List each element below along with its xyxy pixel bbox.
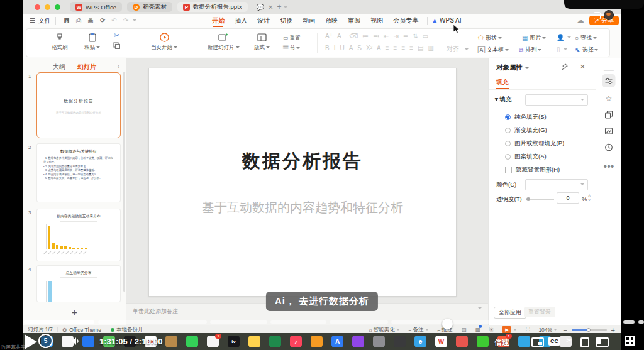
progress-segment[interactable] — [24, 320, 94, 324]
slide-panel-scrollbar[interactable] — [123, 72, 125, 292]
reset-background-button[interactable]: 重置背景 — [524, 307, 555, 317]
cloud-sync-icon[interactable]: ☁ — [577, 16, 584, 25]
dock-icon-safari[interactable] — [82, 336, 94, 347]
pip-icon[interactable] — [531, 337, 544, 347]
theater-mode-icon[interactable] — [596, 337, 609, 347]
dock-icon-notes[interactable] — [248, 336, 260, 347]
effects-star-icon[interactable]: ☆ — [606, 94, 613, 103]
menu-插入[interactable]: 插入 — [235, 16, 247, 25]
dock-icon-podcasts[interactable] — [352, 336, 364, 347]
local-backup-status[interactable]: 本地备份开 — [111, 326, 143, 334]
fullscreen-icon[interactable] — [625, 336, 635, 346]
trash-icon[interactable] — [580, 337, 589, 347]
close-traffic-light[interactable] — [35, 4, 40, 10]
progress-segment[interactable] — [623, 320, 635, 324]
tab-outline[interactable]: 大纲 — [53, 63, 65, 70]
menu-动画[interactable]: 动画 — [303, 16, 315, 25]
notes-button[interactable]: ≡备注 — [409, 326, 429, 334]
slide-title[interactable]: 数据分析报告 — [149, 149, 456, 174]
dock-icon-reminders[interactable]: 1 — [207, 336, 219, 347]
media-icon[interactable] — [605, 127, 613, 135]
transparency-value-input[interactable]: 0 — [557, 192, 579, 204]
user-avatar[interactable] — [604, 10, 614, 20]
layout-button[interactable]: 版式 — [254, 32, 270, 52]
reset-button[interactable]: ▭ 重置 — [283, 33, 300, 43]
tab-wps-office[interactable]: W WPS Office — [70, 2, 122, 12]
tab-slides[interactable]: 幻灯片 — [77, 63, 96, 70]
zoom-level[interactable]: 104% — [538, 327, 557, 333]
slide-subtitle[interactable]: 基于互动数据的内容趋势和特征分析 — [170, 198, 435, 217]
color-dropdown[interactable] — [525, 179, 588, 190]
menu-file[interactable]: 文件 — [38, 16, 51, 25]
player-play-icon[interactable] — [25, 334, 37, 349]
fill-style-dropdown[interactable] — [525, 94, 588, 106]
apply-all-button[interactable]: 全部应用 — [494, 307, 526, 319]
dock-icon-appletv[interactable]: tv — [228, 336, 240, 347]
print-icon[interactable]: 🖶 — [87, 17, 94, 24]
window-restore-icon[interactable] — [594, 12, 601, 19]
clip-scissors-icon[interactable]: ✂ — [566, 336, 573, 345]
menu-审阅[interactable]: 审阅 — [348, 16, 360, 25]
dock-icon-music[interactable]: ♪ — [290, 336, 302, 347]
fill-section-header[interactable]: ▾ 填充 — [495, 96, 511, 104]
menu-设计[interactable]: 设计 — [257, 16, 270, 25]
maximize-traffic-light[interactable] — [55, 4, 60, 10]
animation-time-icon[interactable] — [605, 143, 613, 151]
volume-icon[interactable] — [71, 337, 81, 346]
progress-segment[interactable] — [98, 320, 207, 324]
close-tab-icon[interactable]: ✕ — [268, 4, 273, 11]
normal-view-icon[interactable]: ▤ — [462, 327, 467, 333]
fill-option-4[interactable]: 图案填充(A) — [505, 153, 547, 161]
new-slide-button[interactable]: 新建幻灯片 — [208, 32, 240, 52]
textbox-button[interactable]: 🄰文本框 — [478, 46, 509, 54]
theme-button[interactable]: ⯐Office Theme — [62, 327, 101, 333]
slideshow-play-button[interactable]: ▶ — [502, 326, 517, 333]
progress-segment[interactable] — [638, 320, 644, 324]
export-icon[interactable]: ⎙ — [76, 17, 81, 25]
progress-segment[interactable] — [391, 320, 448, 324]
menu-会员专享[interactable]: 会员专享 — [393, 16, 418, 25]
progress-segment[interactable] — [270, 320, 326, 324]
comment-bubble-icon[interactable]: 💬 — [257, 4, 264, 11]
select-button[interactable]: ⬉选择 — [575, 46, 598, 54]
slide-thumbnail-1[interactable]: 数据分析报告基于互动数据的内容趋势和特征分析 — [36, 72, 121, 138]
sync-icon[interactable]: ⟳ — [100, 17, 105, 24]
fit-slide-icon[interactable]: ⛶ — [526, 326, 530, 333]
tab-presentation[interactable]: P 数据分析报告.pptx — [177, 2, 248, 12]
selection-pane-icon[interactable] — [605, 111, 613, 119]
arrange-button[interactable]: ⧉排列 — [519, 46, 541, 54]
hide-background-checkbox[interactable]: 隐藏背景图形(H) — [505, 166, 560, 174]
save-icon[interactable]: 🖪 — [64, 17, 70, 24]
slide-thumbnail-2[interactable]: 数据概述与关键特征• 1. 数据包含多个类别的内容，分析了点赞、收藏、评论和总互… — [36, 143, 121, 202]
stepper-icon[interactable]: ˄˅ — [588, 194, 591, 202]
cut-icon[interactable]: ✂ — [114, 31, 119, 40]
notes-chevron-icon[interactable] — [478, 307, 482, 309]
zoom-out-button[interactable]: − — [563, 326, 567, 334]
format-painter-button[interactable]: 格式刷 — [52, 32, 68, 52]
menu-开始[interactable]: 开始 — [212, 16, 225, 25]
undo-icon[interactable]: ↶ — [111, 17, 116, 24]
player-speed-button[interactable]: 倍速 — [494, 337, 509, 348]
slide-editor[interactable]: 数据分析报告 基于互动数据的内容趋势和特征分析 — [148, 68, 457, 297]
tab-list-chevron-icon[interactable] — [284, 6, 287, 8]
dock-icon-wps[interactable]: W — [435, 336, 447, 347]
smart-beautify-button[interactable]: ⌂智能美化 — [369, 326, 399, 334]
section-button[interactable]: ▤ 节 — [283, 43, 300, 53]
picture-button[interactable]: ▦图片 — [522, 34, 546, 42]
dock-icon-telegram[interactable] — [518, 336, 530, 347]
zoom-in-button[interactable]: + — [611, 326, 615, 334]
slide-sorter-icon[interactable]: ▦ — [475, 327, 480, 333]
dock-icon-clouddrive[interactable] — [456, 336, 468, 347]
handout-view-icon[interactable]: ⎘ — [489, 326, 494, 333]
dock-icon-display[interactable] — [394, 336, 406, 347]
paste-button[interactable]: 粘贴 — [84, 32, 100, 52]
menu-切换[interactable]: 切换 — [280, 16, 292, 25]
progress-segment[interactable] — [210, 320, 267, 324]
slider-handle[interactable] — [526, 197, 530, 201]
redo-icon[interactable]: ↷ — [123, 17, 128, 24]
start-from-page-button[interactable]: 当页开始 — [151, 32, 177, 52]
zoom-slider[interactable] — [572, 329, 607, 331]
menu-放映[interactable]: 放映 — [325, 16, 338, 25]
video-progress-bar[interactable] — [0, 320, 644, 324]
dock-icon-settings[interactable] — [373, 336, 385, 347]
